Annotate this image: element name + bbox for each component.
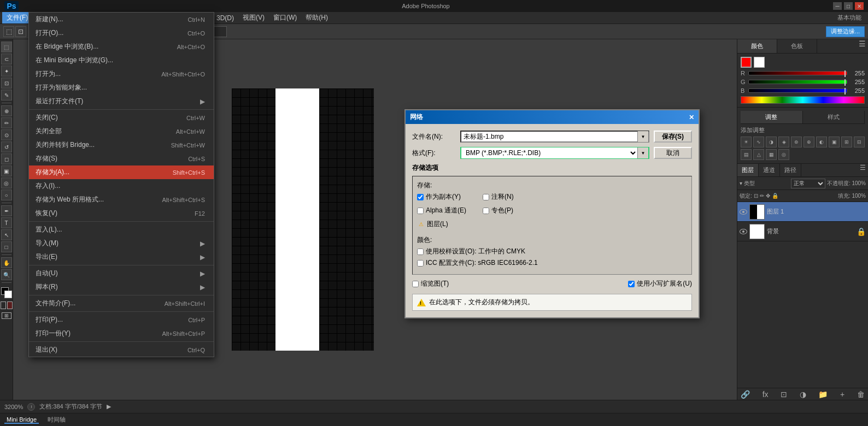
dialog-close-icon[interactable]: ✕ bbox=[689, 114, 694, 121]
adj-posterize[interactable]: ▤ bbox=[741, 149, 752, 160]
menu-open-as[interactable]: 打开为... Alt+Shift+Ctrl+O bbox=[29, 67, 214, 81]
panel-menu-icon[interactable]: ☰ bbox=[857, 39, 868, 53]
adj-bw[interactable]: ◐ bbox=[816, 137, 827, 147]
tool-heal[interactable]: ⊕ bbox=[1, 105, 12, 116]
lock-transparent[interactable]: ⊡ bbox=[754, 193, 758, 199]
layer-adj-icon[interactable]: ◑ bbox=[800, 390, 806, 399]
adj-exposure[interactable]: ◑ bbox=[766, 137, 777, 147]
adj-invert[interactable]: ⊟ bbox=[854, 137, 865, 147]
menu-save-web[interactable]: 存储为 Web 所用格式... Alt+Shift+Ctrl+S bbox=[29, 193, 214, 206]
menu-automate[interactable]: 自动(U) ▶ bbox=[29, 267, 214, 280]
tool-brush[interactable]: ✏ bbox=[1, 117, 12, 128]
tab-paths[interactable]: 路径 bbox=[780, 164, 801, 176]
color-fg-bg[interactable] bbox=[1, 287, 12, 298]
layer-new-icon[interactable]: + bbox=[840, 390, 844, 399]
screen-mode[interactable]: ⊞ bbox=[2, 312, 11, 319]
filename-dropdown-btn[interactable]: ▼ bbox=[637, 131, 648, 142]
menu-bridge-browse[interactable]: 在 Bridge 中浏览(B)... Alt+Ctrl+O bbox=[29, 40, 214, 54]
layer-link-icon[interactable]: 🔗 bbox=[741, 390, 750, 399]
layers-panel-menu[interactable]: ☰ bbox=[858, 164, 868, 176]
cancel-button[interactable]: 取消 bbox=[654, 147, 692, 159]
tab-layers[interactable]: 图层 bbox=[737, 164, 759, 176]
layer-mask-icon[interactable]: ⊡ bbox=[781, 390, 787, 399]
standard-mode[interactable] bbox=[1, 301, 6, 309]
layer-item-layer1[interactable]: 图层 1 bbox=[737, 202, 868, 222]
menu-export[interactable]: 导出(E) ▶ bbox=[29, 250, 214, 264]
adj-gradient-map[interactable]: ▦ bbox=[766, 149, 777, 160]
adj-brightness[interactable]: ☀ bbox=[741, 137, 752, 147]
format-select[interactable]: BMP (*.BMP;*.RLE;*.DIB) bbox=[461, 147, 637, 158]
fg-color-swatch[interactable] bbox=[741, 57, 752, 68]
adj-curves[interactable]: ∿ bbox=[753, 137, 764, 147]
r-slider[interactable] bbox=[748, 71, 847, 75]
tool-history[interactable]: ↺ bbox=[1, 141, 12, 152]
menu-window[interactable]: 窗口(W) bbox=[269, 12, 301, 23]
tool-gradient[interactable]: ▣ bbox=[1, 165, 12, 176]
tool-clone[interactable]: ⊙ bbox=[1, 129, 12, 140]
tab-channels[interactable]: 通道 bbox=[759, 164, 780, 176]
tab-swatches[interactable]: 色板 bbox=[777, 39, 817, 53]
use-proof-checkbox[interactable] bbox=[417, 248, 424, 255]
menu-place[interactable]: 置入(L)... bbox=[29, 223, 214, 236]
minimize-button[interactable]: ─ bbox=[833, 2, 842, 10]
b-slider[interactable] bbox=[748, 88, 847, 93]
layer-folder-icon[interactable]: 📁 bbox=[818, 390, 828, 399]
adj-photo[interactable]: ▣ bbox=[829, 137, 840, 147]
tool-path-select[interactable]: ↖ bbox=[1, 229, 12, 240]
menu-save[interactable]: 存储(S) Ctrl+S bbox=[29, 152, 214, 165]
menu-save-as[interactable]: 存储为(A)... Shift+Ctrl+S bbox=[29, 165, 214, 179]
menu-mini-bridge[interactable]: 在 Mini Bridge 中浏览(G)... bbox=[29, 54, 214, 67]
menu-new[interactable]: 新建(N)... Ctrl+N bbox=[29, 13, 214, 26]
menu-scripts[interactable]: 脚本(R) ▶ bbox=[29, 280, 214, 294]
tab-style[interactable]: 样式 bbox=[803, 111, 865, 123]
menu-print[interactable]: 打印(P)... Ctrl+P bbox=[29, 313, 214, 327]
lock-move[interactable]: ✥ bbox=[766, 193, 770, 199]
tool-zoom[interactable]: 🔍 bbox=[1, 269, 12, 280]
adj-mix[interactable]: ⊞ bbox=[841, 137, 852, 147]
blend-mode-select[interactable]: 正常 bbox=[791, 179, 825, 188]
tool-eraser[interactable]: ◻ bbox=[1, 153, 12, 164]
layer-delete-icon[interactable]: 🗑 bbox=[857, 390, 865, 399]
menu-recent[interactable]: 最近打开文件(T) ▶ bbox=[29, 94, 214, 108]
thumbnail-checkbox[interactable] bbox=[412, 281, 419, 287]
menu-import[interactable]: 导入(M) ▶ bbox=[29, 236, 214, 250]
tool-pen[interactable]: ✒ bbox=[1, 205, 12, 216]
lowercase-checkbox[interactable] bbox=[628, 281, 635, 287]
color-spectrum[interactable] bbox=[741, 96, 865, 104]
menu-open-smart[interactable]: 打开为智能对象... bbox=[29, 81, 214, 94]
adj-threshold[interactable]: △ bbox=[753, 149, 764, 160]
quick-mask[interactable] bbox=[7, 301, 13, 309]
menu-close-bridge[interactable]: 关闭并转到 Bridge... Shift+Ctrl+W bbox=[29, 138, 214, 152]
menu-exit[interactable]: 退出(X) Ctrl+Q bbox=[29, 343, 214, 357]
layer-fx-icon[interactable]: fx bbox=[763, 390, 769, 399]
tool-marquee[interactable]: ⬚ bbox=[1, 42, 12, 52]
menu-open[interactable]: 打开(O)... Ctrl+O bbox=[29, 26, 214, 40]
adj-vibrance[interactable]: ◈ bbox=[778, 137, 789, 147]
tool-eyedropper[interactable]: ✎ bbox=[1, 90, 12, 100]
tool-lasso[interactable]: ⊂ bbox=[1, 54, 12, 64]
tool-dodge[interactable]: ○ bbox=[1, 190, 12, 200]
tool-blur[interactable]: ◎ bbox=[1, 177, 12, 188]
menu-view[interactable]: 视图(V) bbox=[238, 12, 269, 23]
status-arrow[interactable]: ▶ bbox=[107, 403, 114, 411]
notes-checkbox[interactable] bbox=[483, 194, 489, 200]
tool-icon-2[interactable]: ⊡ bbox=[15, 26, 26, 37]
tool-crop[interactable]: ⊡ bbox=[1, 78, 12, 88]
adj-selective[interactable]: ◎ bbox=[778, 149, 789, 160]
tool-shape[interactable]: □ bbox=[1, 241, 12, 252]
tab-color[interactable]: 颜色 bbox=[737, 39, 777, 53]
alpha-checkbox[interactable] bbox=[417, 208, 424, 214]
lock-all[interactable]: 🔒 bbox=[772, 193, 778, 199]
workspace-label[interactable]: 基本功能 bbox=[833, 13, 866, 23]
menu-print-one[interactable]: 打印一份(Y) Alt+Shift+Ctrl+P bbox=[29, 327, 214, 340]
menu-check-in[interactable]: 存入(I)... bbox=[29, 179, 214, 193]
format-dropdown-btn[interactable]: ▼ bbox=[637, 147, 648, 158]
g-slider[interactable] bbox=[748, 80, 847, 84]
save-button[interactable]: 保存(S) bbox=[654, 131, 692, 143]
menu-help[interactable]: 帮助(H) bbox=[301, 12, 332, 23]
bg-color-swatch[interactable] bbox=[754, 57, 765, 68]
status-info-icon[interactable]: i bbox=[27, 403, 35, 411]
menu-file-info[interactable]: 文件简介(F)... Alt+Shift+Ctrl+I bbox=[29, 297, 214, 310]
adj-colorbalance[interactable]: ⊕ bbox=[804, 137, 814, 147]
as-copy-checkbox[interactable] bbox=[417, 194, 424, 200]
